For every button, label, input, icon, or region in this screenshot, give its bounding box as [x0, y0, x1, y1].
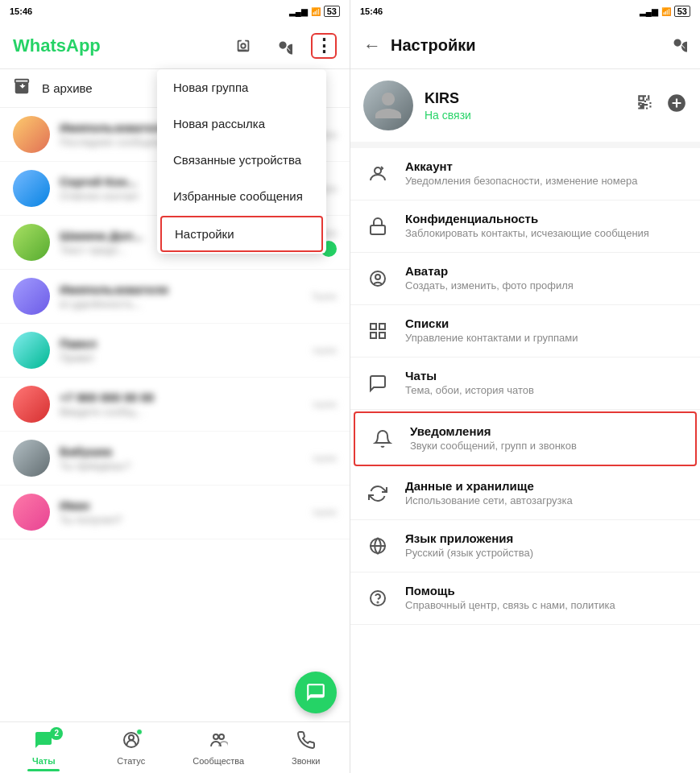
settings-privacy[interactable]: Конфиденциальность Заблокировать контакт…	[350, 200, 700, 253]
svg-point-7	[375, 275, 380, 279]
add-profile-button[interactable]	[666, 93, 687, 118]
svg-point-14	[378, 602, 379, 603]
settings-top-bar: ← Настройки	[350, 23, 700, 69]
settings-notifications[interactable]: Уведомления Звуки сообщений, групп и зво…	[354, 411, 697, 466]
menu-button[interactable]: ⋮	[311, 33, 337, 59]
profile-status: На связи	[425, 109, 624, 122]
dropdown-starred-messages[interactable]: Избранные сообщения	[157, 178, 326, 214]
svg-rect-5	[371, 225, 385, 234]
avatar-subtitle: Создать, изменить, фото профиля	[405, 279, 687, 293]
privacy-title: Конфиденциальность	[405, 212, 687, 225]
chat-time: тысяч	[313, 399, 337, 409]
right-time: 15:46	[360, 6, 383, 16]
profile-name: KIRS	[425, 90, 624, 107]
settings-help[interactable]: Помощь Справочный центр, связь с нами, п…	[350, 573, 700, 625]
chat-name: Иван	[60, 498, 303, 512]
chat-item[interactable]: +7 900 000 00 00 Введите сообщ... тысяч	[0, 378, 350, 432]
privacy-icon	[363, 212, 392, 241]
svg-point-2	[213, 734, 218, 739]
language-title: Язык приложения	[405, 531, 687, 545]
bottom-nav: Чаты 2 Статус Сообщества Звонки	[0, 721, 350, 773]
settings-chats[interactable]: Чаты Тема, обои, история чатов	[350, 358, 700, 410]
storage-subtitle: Использование сети, автозагрузка	[405, 494, 687, 508]
chat-item[interactable]: Имяпользователя Ы удалённость... Тысяч	[0, 270, 350, 324]
avatar	[13, 332, 50, 369]
avatar	[13, 494, 50, 531]
status-label: Статус	[117, 756, 145, 766]
nav-calls[interactable]: Звонки	[263, 725, 350, 771]
back-button[interactable]: ←	[363, 35, 381, 56]
avatar	[13, 386, 50, 423]
nav-communities[interactable]: Сообщества	[175, 725, 263, 771]
right-status-icons: ▂▄▆ 📶 53	[640, 6, 690, 17]
fab-button[interactable]	[295, 672, 337, 713]
right-signal-icon: ▂▄▆	[640, 7, 658, 16]
settings-lists[interactable]: Списки Управление контактами и группами	[350, 305, 700, 358]
dropdown-new-group[interactable]: Новая группа	[157, 69, 326, 105]
left-time: 15:46	[10, 6, 32, 16]
language-icon	[363, 531, 392, 560]
svg-rect-10	[371, 333, 376, 338]
settings-list: Аккаунт Уведомления безопасности, измене…	[350, 148, 700, 773]
right-battery-icon: 53	[674, 6, 690, 17]
chat-content: Бабушка Ты приедешь?	[60, 444, 303, 472]
dropdown-settings[interactable]: Настройки	[160, 216, 323, 252]
chat-item[interactable]: Бабушка Ты приедешь? тысяч	[0, 432, 350, 486]
chat-content: +7 900 000 00 00 Введите сообщ...	[60, 391, 303, 418]
settings-search-button[interactable]	[669, 35, 687, 56]
privacy-subtitle: Заблокировать контакты, исчезающие сообщ…	[405, 227, 687, 241]
nav-chats[interactable]: Чаты 2	[0, 725, 88, 771]
chat-item[interactable]: Павел Привет тысяч	[0, 324, 350, 378]
profile-section[interactable]: KIRS На связи	[350, 69, 700, 148]
chat-meta: Тысяч	[312, 291, 337, 301]
nav-status[interactable]: Статус	[88, 725, 176, 771]
chats-settings-text: Чаты Тема, обои, история чатов	[405, 369, 687, 398]
calls-icon	[296, 730, 316, 754]
chat-time: Тысяч	[312, 291, 337, 301]
settings-avatar[interactable]: Аватар Создать, изменить, фото профиля	[350, 253, 700, 305]
left-status-bar: 15:46 ▂▄▆ 📶 53	[0, 0, 350, 23]
chats-settings-subtitle: Тема, обои, история чатов	[405, 384, 687, 398]
chats-label: Чаты	[32, 756, 56, 766]
chat-meta: тысяч	[313, 453, 337, 463]
notifications-text: Уведомления Звуки сообщений, групп и зво…	[410, 424, 682, 453]
chat-name: Павел	[60, 337, 303, 350]
search-button[interactable]	[271, 33, 296, 59]
chats-settings-title: Чаты	[405, 369, 687, 382]
notifications-subtitle: Звуки сообщений, групп и звонков	[410, 440, 682, 453]
right-status-bar: 15:46 ▂▄▆ 📶 53	[350, 0, 700, 23]
storage-text: Данные и хранилище Использование сети, а…	[405, 479, 687, 508]
help-title: Помощь	[405, 584, 687, 597]
signal-icon: ▂▄▆	[289, 7, 308, 16]
help-text: Помощь Справочный центр, связь с нами, п…	[405, 584, 687, 613]
avatar	[13, 278, 50, 315]
settings-language[interactable]: Язык приложения Русский (язык устройства…	[350, 520, 700, 573]
avatar	[13, 116, 50, 153]
camera-button[interactable]	[230, 33, 256, 59]
communities-label: Сообщества	[193, 756, 244, 766]
language-text: Язык приложения Русский (язык устройства…	[405, 531, 687, 560]
svg-point-4	[375, 167, 381, 174]
storage-icon	[363, 479, 392, 508]
chat-name: Имяпользователя	[60, 283, 302, 296]
top-icons: ⋮	[230, 33, 337, 59]
settings-account[interactable]: Аккаунт Уведомления безопасности, измене…	[350, 148, 700, 200]
dropdown-new-broadcast[interactable]: Новая рассылка	[157, 105, 326, 142]
archive-label: В архиве	[42, 81, 93, 95]
notifications-title: Уведомления	[410, 424, 682, 438]
chat-name: Бабушка	[60, 444, 303, 458]
avatar	[13, 224, 50, 261]
chat-item[interactable]: Иван Ты получил? тысяч	[0, 486, 350, 539]
settings-page-title: Настройки	[391, 36, 660, 55]
dropdown-linked-devices[interactable]: Связанные устройства	[157, 142, 326, 178]
left-panel: 15:46 ▂▄▆ 📶 53 WhatsApp ⋮ Новая группа Н…	[0, 0, 350, 773]
chats-badge: 2	[50, 727, 63, 740]
notifications-icon	[368, 424, 397, 453]
account-text: Аккаунт Уведомления безопасности, измене…	[405, 159, 687, 188]
lists-subtitle: Управление контактами и группами	[405, 332, 687, 345]
settings-storage[interactable]: Данные и хранилище Использование сети, а…	[350, 468, 700, 520]
qr-code-button[interactable]	[636, 93, 657, 118]
dropdown-menu: Новая группа Новая рассылка Связанные ус…	[157, 69, 326, 254]
communities-icon	[209, 730, 228, 754]
chat-preview: Ы удалённость...	[60, 298, 302, 310]
